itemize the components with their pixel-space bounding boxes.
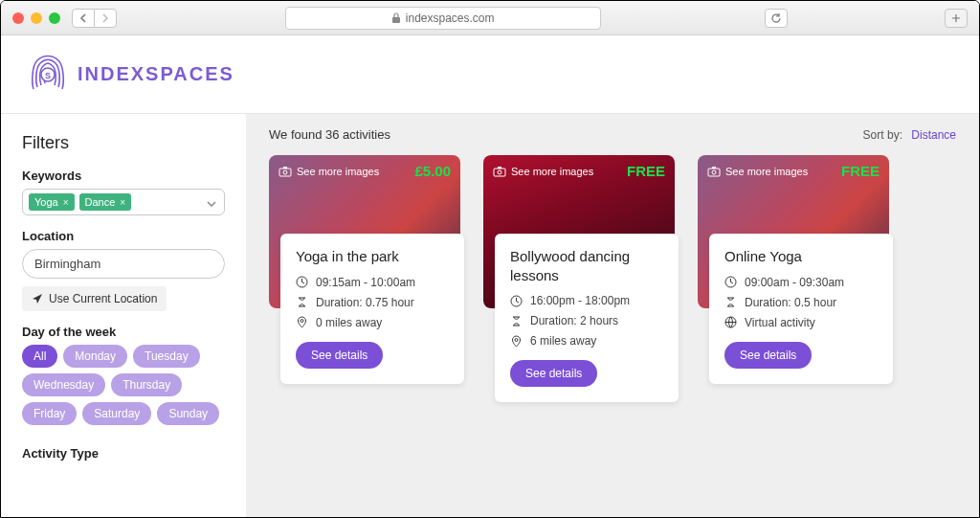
day-pill-tuesday[interactable]: Tuesday: [133, 345, 200, 368]
svg-rect-3: [279, 169, 291, 176]
svg-rect-8: [494, 169, 505, 176]
meta-virtual: Virtual activity: [724, 316, 878, 329]
titlebar: indexspaces.com: [1, 1, 979, 35]
svg-text:S: S: [45, 71, 51, 80]
day-pill-friday[interactable]: Friday: [22, 402, 77, 425]
keyword-chip[interactable]: Dance ×: [79, 193, 132, 211]
clock-icon: [510, 295, 523, 307]
remove-chip-icon[interactable]: ×: [120, 197, 125, 208]
clock-icon: [296, 276, 308, 288]
clock-icon: [724, 276, 737, 288]
svg-rect-13: [708, 169, 720, 176]
card-title: Bollywood dancing lessons: [510, 247, 663, 284]
location-input[interactable]: [22, 249, 225, 279]
day-pill-all[interactable]: All: [22, 345, 57, 368]
hourglass-icon: [296, 296, 308, 308]
card-title: Online Yoga: [724, 247, 878, 266]
camera-icon: [278, 166, 292, 177]
card-title: Yoga in the park: [296, 247, 449, 266]
camera-icon: [707, 166, 721, 177]
location-label: Location: [22, 229, 225, 243]
minimize-window-button[interactable]: [31, 12, 42, 24]
back-button[interactable]: [72, 9, 95, 28]
day-pills: All Monday Tuesday Wednesday Thursday Fr…: [22, 345, 225, 425]
svg-rect-0: [392, 17, 400, 23]
svg-rect-5: [283, 167, 287, 169]
meta-duration: Duration: 0.5 hour: [724, 296, 878, 309]
activity-card: See more images FREE Online Yoga 09:00am…: [698, 155, 889, 308]
meta-duration: Duration: 2 hours: [510, 314, 663, 327]
svg-point-12: [515, 338, 518, 341]
meta-distance: 0 miles away: [296, 316, 449, 329]
svg-point-4: [283, 170, 287, 174]
use-current-location-label: Use Current Location: [49, 292, 157, 305]
day-pill-thursday[interactable]: Thursday: [111, 373, 182, 396]
price-badge: FREE: [627, 163, 665, 179]
forward-button[interactable]: [94, 9, 117, 28]
svg-point-9: [498, 170, 501, 174]
svg-rect-15: [712, 167, 716, 169]
card-body: Online Yoga 09:00am - 09:30am Duration: …: [709, 234, 893, 384]
reload-button[interactable]: [765, 9, 788, 28]
remove-chip-icon[interactable]: ×: [63, 197, 69, 208]
card-body: Bollywood dancing lessons 16:00pm - 18:0…: [495, 234, 679, 402]
chip-label: Yoga: [34, 196, 58, 208]
see-more-images-link[interactable]: See more images: [278, 166, 379, 177]
meta-distance: 6 miles away: [510, 334, 663, 348]
hourglass-icon: [510, 315, 523, 327]
browser-window: indexspaces.com S INDEXSPACES: [0, 0, 980, 518]
camera-icon: [493, 166, 506, 177]
location-arrow-icon: [32, 293, 43, 304]
window-controls: [12, 12, 60, 24]
maximize-window-button[interactable]: [49, 12, 60, 24]
see-more-images-link[interactable]: See more images: [493, 166, 593, 177]
pin-icon: [296, 316, 308, 328]
see-details-button[interactable]: See details: [724, 342, 812, 369]
activity-card: See more images FREE Bollywood dancing l…: [483, 155, 675, 308]
use-current-location-button[interactable]: Use Current Location: [22, 286, 167, 311]
meta-time: 09:00am - 09:30am: [724, 276, 878, 289]
day-of-week-label: Day of the week: [22, 325, 225, 339]
chip-label: Dance: [85, 196, 116, 208]
nav-buttons: [72, 9, 117, 28]
brand-logo[interactable]: S INDEXSPACES: [28, 51, 234, 99]
meta-duration: Duration: 0.75 hour: [296, 296, 449, 309]
close-window-button[interactable]: [12, 12, 24, 24]
day-pill-wednesday[interactable]: Wednesday: [22, 373, 105, 396]
keyword-chip[interactable]: Yoga ×: [29, 193, 75, 211]
sort-value[interactable]: Distance: [911, 128, 956, 142]
activity-type-label: Activity Type: [22, 446, 225, 461]
price-badge: FREE: [841, 163, 880, 179]
content: Filters Keywords Yoga × Dance × Location: [1, 114, 979, 517]
results-count: We found 36 activities: [269, 127, 390, 142]
filters-title: Filters: [22, 133, 225, 153]
new-tab-button[interactable]: [945, 9, 968, 28]
see-details-button[interactable]: See details: [296, 342, 383, 369]
globe-icon: [724, 316, 737, 328]
day-pill-monday[interactable]: Monday: [63, 345, 127, 368]
svg-point-14: [712, 170, 716, 174]
results-main: We found 36 activities Sort by: Distance…: [246, 114, 979, 517]
fingerprint-icon: S: [28, 51, 68, 99]
site-header: S INDEXSPACES: [1, 35, 979, 114]
url-text: indexspaces.com: [406, 11, 495, 25]
card-body: Yoga in the park 09:15am - 10:00am Durat…: [280, 234, 464, 384]
chevron-down-icon[interactable]: [207, 193, 216, 211]
meta-time: 16:00pm - 18:00pm: [510, 294, 663, 307]
cards-row: See more images £5.00 Yoga in the park 0…: [269, 155, 956, 308]
pin-icon: [510, 335, 523, 348]
activity-card: See more images £5.00 Yoga in the park 0…: [269, 155, 460, 308]
meta-time: 09:15am - 10:00am: [296, 276, 449, 289]
price-badge: £5.00: [414, 163, 451, 179]
address-bar[interactable]: indexspaces.com: [285, 7, 601, 30]
day-pill-sunday[interactable]: Sunday: [157, 402, 219, 425]
see-details-button[interactable]: See details: [510, 360, 597, 387]
hourglass-icon: [724, 296, 737, 308]
day-pill-saturday[interactable]: Saturday: [82, 402, 151, 425]
sort-control: Sort by: Distance: [863, 128, 956, 142]
keywords-input[interactable]: Yoga × Dance ×: [22, 189, 225, 215]
svg-point-7: [301, 320, 303, 323]
sort-label: Sort by:: [863, 128, 902, 142]
see-more-images-link[interactable]: See more images: [707, 166, 808, 177]
svg-rect-10: [498, 167, 501, 169]
